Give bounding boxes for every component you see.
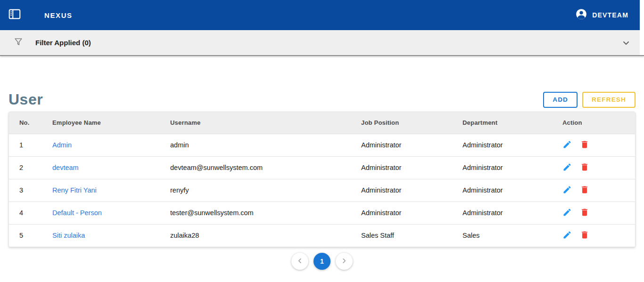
current-page-button[interactable]: 1: [314, 253, 330, 270]
cell-no: 3: [9, 179, 52, 201]
brand-logo-text: NEXUS: [44, 11, 73, 19]
table-row: 5 Siti zulaika zulaika28 Sales Staff Sal…: [9, 224, 635, 247]
cell-department: Administrator: [462, 156, 562, 179]
user-menu[interactable]: DEVTEAM: [575, 8, 628, 22]
cell-username: zulaika28: [170, 224, 361, 247]
table-row: 4 Default - Person tester@sunwellsystem.…: [9, 201, 635, 224]
filter-icon: [13, 37, 24, 49]
chevron-right-icon: [340, 257, 348, 266]
filter-bar[interactable]: Filter Applied (0): [0, 30, 644, 56]
refresh-button[interactable]: REFRESH: [582, 92, 636, 108]
cell-no: 5: [9, 224, 52, 247]
table-row: 1 Admin admin Administrator Administrato…: [9, 134, 635, 156]
delete-icon[interactable]: [580, 185, 589, 194]
account-icon: [575, 8, 587, 22]
sidebar-toggle-icon: [8, 7, 22, 23]
cell-no: 2: [9, 156, 52, 179]
app-bar: NEXUS DEVTEAM: [0, 0, 644, 30]
delete-icon[interactable]: [580, 162, 589, 172]
user-table-card: No. Employee Name Username Job Position …: [8, 112, 636, 247]
cell-action: [562, 156, 635, 179]
delete-icon[interactable]: [580, 140, 589, 149]
edit-icon[interactable]: [562, 162, 572, 172]
sidebar-toggle-button[interactable]: [7, 8, 22, 23]
header-job-position: Job Position: [361, 112, 462, 134]
employee-name-link[interactable]: Default - Person: [52, 209, 102, 217]
edit-icon[interactable]: [562, 230, 572, 240]
cell-username: tester@sunwellsystem.com: [170, 201, 361, 224]
header-username: Username: [170, 112, 361, 134]
previous-page-button[interactable]: [291, 253, 308, 270]
cell-action: [562, 201, 635, 224]
edit-icon[interactable]: [562, 208, 572, 217]
cell-employee-name: Reny Fitri Yani: [52, 179, 170, 201]
cell-username: admin: [170, 134, 361, 156]
add-button[interactable]: ADD: [543, 92, 578, 108]
edit-icon[interactable]: [562, 140, 572, 149]
cell-job-position: Administrator: [361, 201, 462, 224]
employee-name-link[interactable]: Reny Fitri Yani: [52, 186, 97, 194]
cell-department: Sales: [462, 224, 562, 247]
cell-employee-name: Siti zulaika: [52, 224, 170, 247]
cell-department: Administrator: [462, 134, 562, 156]
scrollbar-track[interactable]: [640, 0, 644, 55]
table-row: 3 Reny Fitri Yani renyfy Administrator A…: [9, 179, 635, 201]
cell-username: renyfy: [170, 179, 361, 201]
cell-job-position: Administrator: [361, 179, 462, 201]
cell-department: Administrator: [462, 179, 562, 201]
user-label: DEVTEAM: [592, 11, 628, 19]
cell-action: [562, 179, 635, 201]
cell-username: devteam@sunwellsystem.com: [170, 156, 361, 179]
page-head: User ADD REFRESH: [8, 91, 636, 108]
header-action: Action: [562, 112, 635, 134]
table-header-row: No. Employee Name Username Job Position …: [9, 112, 635, 134]
user-table: No. Employee Name Username Job Position …: [9, 112, 635, 247]
next-page-button[interactable]: [336, 253, 353, 270]
pagination: 1: [0, 253, 644, 270]
cell-job-position: Administrator: [361, 134, 462, 156]
edit-icon[interactable]: [562, 185, 572, 194]
delete-icon[interactable]: [580, 208, 589, 217]
employee-name-link[interactable]: Siti zulaika: [52, 232, 85, 239]
toolbar: ADD REFRESH: [543, 92, 636, 108]
cell-employee-name: Admin: [52, 134, 170, 156]
cell-action: [562, 224, 635, 247]
chevron-down-icon[interactable]: [620, 37, 632, 48]
header-employee-name: Employee Name: [52, 112, 170, 134]
cell-no: 4: [9, 201, 52, 224]
employee-name-link[interactable]: Admin: [52, 141, 72, 149]
page-title: User: [8, 91, 43, 108]
cell-job-position: Administrator: [361, 156, 462, 179]
delete-icon[interactable]: [580, 230, 589, 240]
chevron-left-icon: [296, 257, 304, 266]
employee-name-link[interactable]: devteam: [52, 164, 79, 171]
cell-department: Administrator: [462, 201, 562, 224]
header-no: No.: [9, 112, 52, 134]
filter-label: Filter Applied (0): [35, 39, 91, 47]
cell-employee-name: devteam: [52, 156, 170, 179]
table-row: 2 devteam devteam@sunwellsystem.com Admi…: [9, 156, 635, 179]
cell-no: 1: [9, 134, 52, 156]
cell-action: [562, 134, 635, 156]
header-department: Department: [462, 112, 562, 134]
cell-employee-name: Default - Person: [52, 201, 170, 224]
cell-job-position: Sales Staff: [361, 224, 462, 247]
